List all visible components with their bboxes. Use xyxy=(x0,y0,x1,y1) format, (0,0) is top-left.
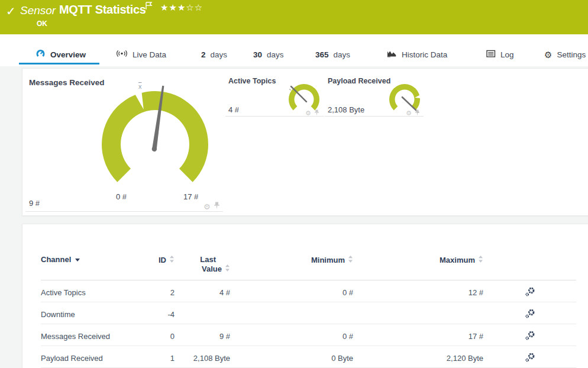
gear-icon[interactable]: ⚙ xyxy=(203,203,211,211)
channel-settings-gears-icon[interactable] xyxy=(525,312,535,321)
payload-received-actions: ⚙ xyxy=(406,108,420,118)
column-header-last-value[interactable]: Last Value xyxy=(176,238,231,280)
gauge-icon xyxy=(35,49,46,60)
payload-received-current-value: 2,108 Byte xyxy=(328,105,364,114)
pin-icon[interactable] xyxy=(214,201,220,212)
channel-name: Messages Received xyxy=(41,324,141,346)
tab-label: Log xyxy=(500,50,514,59)
table-header-row: Channel ID Last Value Minimum Maximum xyxy=(41,238,576,280)
log-list-icon xyxy=(486,50,496,60)
channel-settings-gears-icon[interactable] xyxy=(525,290,535,299)
column-label: Value xyxy=(202,264,222,273)
gear-icon: ⚙ xyxy=(544,50,552,59)
table-row: Messages Received 0 9 # 0 # 17 # xyxy=(41,324,576,346)
sensor-header-bar: ✓ Sensor MQTT Statistics ★★★☆☆ OK xyxy=(0,0,588,34)
column-label: Maximum xyxy=(440,256,475,264)
content-area: Messages Received x 0 # 17 # 9 # ⚙ xyxy=(0,66,588,368)
main-gauge-current-value: 9 # xyxy=(29,199,40,208)
last-value: 9 # xyxy=(176,324,231,346)
tab-number: 365 xyxy=(315,50,329,59)
divider xyxy=(25,211,223,212)
channel-settings-gears-icon[interactable] xyxy=(525,334,535,343)
payload-received-gauge-title: Payload Received xyxy=(328,77,390,85)
tab-log[interactable]: Log xyxy=(486,47,514,62)
sort-icon xyxy=(225,264,230,274)
channel-id: -4 xyxy=(141,302,176,324)
priority-stars[interactable]: ★★★☆☆ xyxy=(160,2,203,13)
live-broadcast-icon xyxy=(116,49,128,60)
last-value: 2,108 Byte xyxy=(176,346,231,368)
channel-id: 0 xyxy=(141,324,176,346)
status-badge: OK xyxy=(37,20,47,28)
flag-icon[interactable] xyxy=(145,2,153,12)
active-topics-current-value: 4 # xyxy=(228,105,239,114)
column-header-minimum[interactable]: Minimum xyxy=(231,238,354,280)
tab-overview[interactable]: Overview xyxy=(35,47,86,62)
maximum-value: 17 # xyxy=(354,324,484,346)
minimum-value: 0 # xyxy=(231,324,354,346)
main-gauge-title: Messages Received xyxy=(29,78,105,87)
tab-label: Historic Data xyxy=(402,50,447,59)
tab-label: days xyxy=(211,50,228,59)
tab-label: days xyxy=(334,50,351,59)
tab-settings[interactable]: ⚙ Settings xyxy=(544,47,586,62)
tab-number: 30 xyxy=(253,50,262,59)
channel-id: 1 xyxy=(141,346,176,368)
tab-2-days[interactable]: 2 days xyxy=(201,47,227,62)
average-tick xyxy=(289,89,291,91)
tab-historic-data[interactable]: Historic Data xyxy=(387,47,447,62)
active-tab-underline xyxy=(19,63,99,64)
minimum-value: 0 Byte xyxy=(231,346,354,368)
chevron-down-icon xyxy=(75,259,80,262)
column-label: ID xyxy=(159,256,166,264)
pin-icon[interactable] xyxy=(314,108,319,118)
column-header-channel[interactable]: Channel xyxy=(41,238,141,280)
tab-label: Live Data xyxy=(133,50,166,59)
tab-live-data[interactable]: Live Data xyxy=(116,47,166,62)
minimum-value xyxy=(231,302,354,324)
channel-name: Payload Received xyxy=(41,346,141,368)
tab-label: Overview xyxy=(50,50,86,59)
last-value: 4 # xyxy=(176,280,231,302)
maximum-value xyxy=(354,302,484,324)
minimum-value: 0 # xyxy=(231,280,354,302)
tab-365-days[interactable]: 365 days xyxy=(315,47,350,62)
active-topics-gauge-title: Active Topics xyxy=(228,77,276,85)
channel-table: Channel ID Last Value Minimum Maximum xyxy=(41,238,576,368)
object-kind-label: Sensor xyxy=(20,4,56,17)
sort-icon xyxy=(348,255,353,265)
channel-settings-gears-icon[interactable] xyxy=(525,356,535,364)
sort-icon xyxy=(478,255,483,265)
area-chart-icon xyxy=(387,49,397,60)
pin-icon[interactable] xyxy=(415,108,420,118)
column-label: Channel xyxy=(41,255,71,264)
main-gauge-actions: ⚙ xyxy=(203,201,220,212)
table-row: Payload Received 1 2,108 Byte 0 Byte 2,1… xyxy=(41,346,576,368)
channel-table-panel: Channel ID Last Value Minimum Maximum xyxy=(22,224,588,368)
tab-label: Settings xyxy=(557,50,586,59)
column-header-maximum[interactable]: Maximum xyxy=(354,238,484,280)
maximum-value: 2,120 Byte xyxy=(354,346,484,368)
table-row: Downtime -4 xyxy=(41,302,576,324)
divider xyxy=(225,116,324,117)
sensor-title: MQTT Statistics xyxy=(59,3,146,17)
tab-bar: Overview Live Data 2 days 30 days 365 da… xyxy=(0,34,588,66)
maximum-value: 12 # xyxy=(354,280,484,302)
tab-label: days xyxy=(267,50,284,59)
tab-30-days[interactable]: 30 days xyxy=(253,47,284,62)
table-row: Active Topics 2 4 # 0 # 12 # xyxy=(41,280,576,302)
sort-icon xyxy=(169,255,175,265)
gauges-panel: Messages Received x 0 # 17 # 9 # ⚙ xyxy=(22,68,588,216)
active-topics-actions: ⚙ xyxy=(305,108,319,118)
gauge-min-label: 0 # xyxy=(116,192,127,201)
channel-id: 2 xyxy=(141,280,176,302)
messages-received-gauge xyxy=(96,82,214,207)
column-header-id[interactable]: ID xyxy=(141,238,176,280)
column-label: Minimum xyxy=(311,256,345,264)
divider xyxy=(325,116,424,117)
channel-name: Downtime xyxy=(41,302,141,324)
tab-number: 2 xyxy=(201,50,206,59)
channel-name: Active Topics xyxy=(41,280,141,302)
gauge-max-label: 17 # xyxy=(183,192,198,201)
status-ok-check-icon: ✓ xyxy=(6,4,16,18)
